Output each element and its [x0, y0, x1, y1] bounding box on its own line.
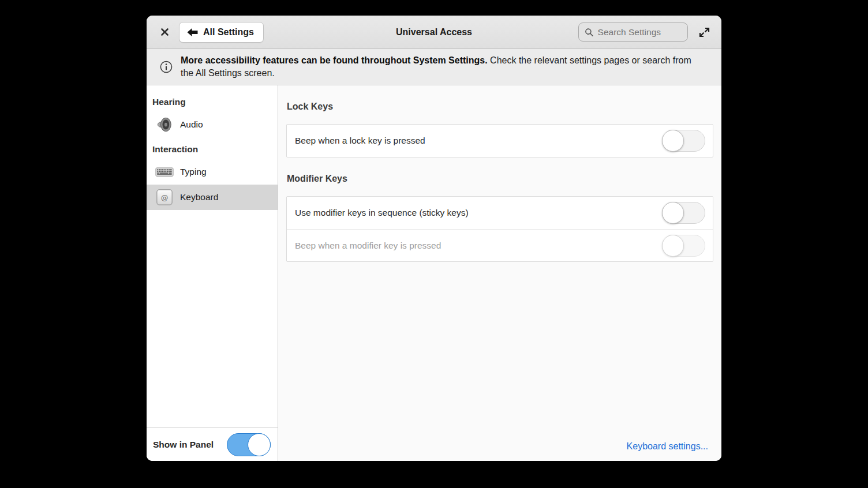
show-in-panel-row: Show in Panel: [147, 427, 278, 461]
show-in-panel-label: Show in Panel: [153, 440, 214, 450]
sidebar-item-audio[interactable]: Audio: [147, 112, 278, 137]
sidebar-item-label: Typing: [180, 167, 207, 177]
info-icon: [159, 60, 173, 74]
settings-window: All Settings Universal Access: [147, 16, 721, 461]
close-icon: [160, 28, 169, 36]
close-button[interactable]: [157, 25, 172, 40]
toggle-knob: [662, 202, 684, 224]
back-arrow-icon: [187, 28, 198, 37]
toggle-knob: [662, 235, 684, 257]
sticky-keys-row: Use modifier keys in sequence (sticky ke…: [287, 197, 713, 229]
sidebar-item-typing[interactable]: Typing: [147, 159, 278, 185]
banner-text: More accessibility features can be found…: [181, 54, 706, 80]
info-banner: More accessibility features can be found…: [147, 49, 721, 85]
lock-keys-card: Beep when a lock key is pressed: [286, 124, 713, 157]
fullscreen-button[interactable]: [697, 25, 711, 39]
modifier-keys-heading: Modifier Keys: [287, 174, 713, 184]
beep-lock-key-row: Beep when a lock key is pressed: [287, 125, 713, 157]
keyboard-settings-link[interactable]: Keyboard settings...: [627, 441, 708, 452]
content-pane: Lock Keys Beep when a lock key is presse…: [278, 85, 721, 461]
search-input[interactable]: [598, 27, 682, 37]
sticky-keys-toggle[interactable]: [662, 202, 705, 224]
at-key-icon: @: [155, 188, 174, 207]
beep-modifier-key-row: Beep when a modifier key is pressed: [287, 229, 713, 261]
search-icon: [585, 27, 594, 37]
sidebar-section-hearing: Hearing: [147, 90, 278, 112]
all-settings-label: All Settings: [203, 27, 254, 37]
beep-lock-key-label: Beep when a lock key is pressed: [295, 136, 425, 146]
banner-text-bold: More accessibility features can be found…: [181, 55, 488, 65]
all-settings-button[interactable]: All Settings: [179, 22, 264, 43]
show-in-panel-toggle[interactable]: [227, 433, 271, 456]
toggle-knob: [248, 433, 271, 456]
keyboard-icon: [155, 163, 174, 181]
lock-keys-heading: Lock Keys: [287, 102, 713, 112]
sidebar-section-interaction: Interaction: [147, 137, 278, 159]
svg-text:@: @: [161, 193, 169, 202]
toggle-knob: [662, 130, 684, 152]
modifier-keys-card: Use modifier keys in sequence (sticky ke…: [286, 196, 713, 262]
sidebar-item-keyboard[interactable]: @ Keyboard: [147, 185, 278, 210]
sidebar-item-label: Keyboard: [180, 192, 218, 202]
speaker-icon: [155, 115, 174, 134]
search-field[interactable]: [578, 22, 688, 42]
sticky-keys-label: Use modifier keys in sequence (sticky ke…: [295, 208, 469, 218]
sidebar-item-label: Audio: [180, 119, 203, 130]
expand-icon: [699, 27, 710, 37]
beep-modifier-key-toggle[interactable]: [662, 235, 705, 257]
beep-modifier-key-label: Beep when a modifier key is pressed: [295, 241, 441, 251]
beep-lock-key-toggle[interactable]: [662, 130, 705, 152]
titlebar: All Settings Universal Access: [147, 16, 721, 49]
sidebar: Hearing Audio Interaction: [147, 85, 278, 461]
